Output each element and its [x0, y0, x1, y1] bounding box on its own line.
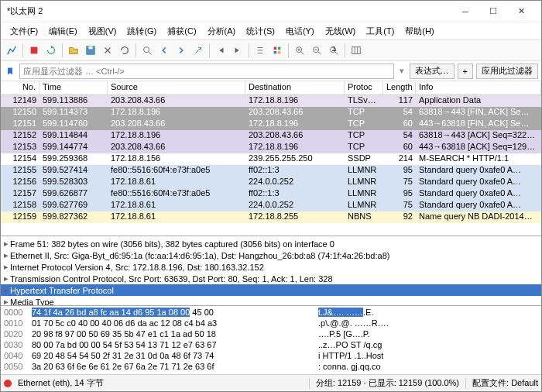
apply-filter-button[interactable]: 应用此过滤器: [476, 64, 538, 79]
details-pane: ▸Frame 51: 382 bytes on wire (3056 bits)…: [1, 236, 541, 306]
zoom-in-button[interactable]: [292, 43, 307, 58]
menu-file[interactable]: 文件(F): [5, 24, 43, 39]
packet-row[interactable]: 12158599.627769172.18.8.61224.0.0.252LLM…: [1, 200, 541, 211]
svg-rect-5: [278, 47, 281, 50]
menu-tools[interactable]: 工具(T): [362, 24, 399, 39]
detail-row[interactable]: ▸Ethernet II, Src: Giga-Byt_d6:95:1a (fc…: [1, 249, 541, 261]
statusbar: Ethernet (eth), 14 字节 分组: 12159 · 已显示: 1…: [1, 374, 541, 391]
packet-list-header: No. Time Source Destination Protoc Lengt…: [1, 81, 541, 95]
svg-rect-0: [31, 47, 38, 54]
hex-row[interactable]: 002020 98 f8 97 00 50 69 35 5b 47 e1 c1 …: [4, 329, 538, 340]
svg-rect-2: [88, 46, 92, 50]
menu-go[interactable]: 跳转(G): [122, 24, 161, 39]
packet-row[interactable]: 12153599.144774203.208.43.66172.18.8.196…: [1, 142, 541, 153]
packet-row[interactable]: 12154599.259368172.18.8.156239.255.255.2…: [1, 153, 541, 165]
col-info[interactable]: Info: [416, 81, 541, 95]
status-packets: 分组: 12159 · 已显示: 12159 (100.0%): [316, 377, 459, 389]
menu-analyze[interactable]: 分析(A): [203, 24, 241, 39]
reload-button[interactable]: [117, 43, 132, 58]
menu-wireless[interactable]: 无线(W): [321, 24, 361, 39]
resize-cols-button[interactable]: [348, 43, 364, 58]
packet-row[interactable]: 12149599.113886203.208.43.66172.18.8.196…: [1, 95, 541, 107]
dropdown-icon[interactable]: ▾: [397, 66, 406, 76]
hex-row[interactable]: 000074 1f 4a 26 bd a8 fc aa 14 d6 95 1a …: [4, 308, 538, 318]
zoom-reset-button[interactable]: 1: [326, 43, 341, 58]
packet-row[interactable]: 12157599.626877fe80::5516:60f4:e73f:a0e5…: [1, 188, 541, 200]
goto-first-button[interactable]: [213, 43, 228, 58]
detail-row[interactable]: ▸Hypertext Transfer Protocol: [1, 284, 541, 296]
menu-stats[interactable]: 统计(S): [242, 24, 280, 39]
detail-row[interactable]: ▸Transmission Control Protocol, Src Port…: [1, 273, 541, 284]
stop-button[interactable]: [26, 43, 42, 58]
hex-row[interactable]: 001001 70 5c c0 40 00 40 06 d6 da ac 12 …: [4, 318, 538, 329]
svg-rect-7: [278, 51, 281, 54]
status-profile[interactable]: 配置文件: Default: [472, 377, 538, 389]
svg-rect-12: [352, 47, 361, 54]
packet-row[interactable]: 12159599.827362172.18.8.61172.18.8.255NB…: [1, 211, 541, 223]
detail-row[interactable]: ▸Internet Protocol Version 4, Src: 172.1…: [1, 261, 541, 273]
expression-button[interactable]: 表达式…: [410, 64, 455, 79]
menu-telephony[interactable]: 电话(Y): [281, 24, 319, 39]
add-button[interactable]: +: [458, 64, 473, 79]
goto-button[interactable]: [190, 43, 206, 58]
detail-row[interactable]: ▸Frame 51: 382 bytes on wire (3056 bits)…: [1, 238, 541, 249]
capture-indicator-icon: [4, 380, 12, 387]
next-button[interactable]: [173, 43, 189, 58]
goto-last-button[interactable]: [230, 43, 245, 58]
col-destination[interactable]: Destination: [245, 81, 345, 95]
minimize-button[interactable]: ─: [451, 3, 479, 20]
menu-capture[interactable]: 捕获(C): [163, 24, 201, 39]
col-length[interactable]: Length: [383, 81, 416, 95]
hex-row[interactable]: 00503a 20 63 6f 6e 6e 61 2e 67 6a 2e 71 …: [4, 362, 538, 373]
find-button[interactable]: [139, 43, 155, 58]
menu-help[interactable]: 帮助(H): [400, 24, 438, 39]
prev-button[interactable]: [156, 43, 172, 58]
packet-list: No. Time Source Destination Protoc Lengt…: [1, 81, 541, 236]
col-protocol[interactable]: Protoc: [345, 81, 383, 95]
open-button[interactable]: [66, 43, 81, 58]
hex-pane: 000074 1f 4a 26 bd a8 fc aa 14 d6 95 1a …: [1, 306, 541, 373]
colorize-button[interactable]: [269, 43, 285, 58]
status-iface: Ethernet (eth), 14 字节: [18, 377, 104, 389]
autoscroll-button[interactable]: [252, 43, 268, 58]
col-no[interactable]: No.: [1, 81, 39, 95]
titlebar: *以太网 2 ─ ☐ ✕: [1, 1, 541, 22]
svg-rect-4: [274, 47, 277, 50]
menu-view[interactable]: 视图(V): [84, 24, 122, 39]
packet-row[interactable]: 12156599.528303172.18.8.61224.0.0.252LLM…: [1, 177, 541, 188]
zoom-out-button[interactable]: [309, 43, 324, 58]
start-capture-button[interactable]: [4, 43, 19, 58]
svg-text:1: 1: [331, 45, 335, 53]
window-title: *以太网 2: [7, 5, 451, 17]
save-button[interactable]: [83, 43, 98, 58]
col-source[interactable]: Source: [108, 81, 245, 95]
packet-row[interactable]: 12155599.527414fe80::5516:60f4:e73f:a0e5…: [1, 165, 541, 177]
close-file-button[interactable]: [100, 43, 115, 58]
menu-edit[interactable]: 编辑(E): [44, 24, 82, 39]
svg-rect-6: [274, 51, 277, 54]
filter-bar: ▾ 表达式… + 应用此过滤器: [1, 61, 541, 81]
maximize-button[interactable]: ☐: [479, 3, 507, 20]
filter-input[interactable]: [19, 64, 394, 79]
menubar: 文件(F) 编辑(E) 视图(V) 跳转(G) 捕获(C) 分析(A) 统计(S…: [1, 22, 541, 40]
close-button[interactable]: ✕: [507, 3, 535, 20]
packet-row[interactable]: 12152599.114844172.18.8.196203.208.43.66…: [1, 130, 541, 142]
col-time[interactable]: Time: [39, 81, 108, 95]
toolbar: 1: [1, 40, 541, 61]
detail-row[interactable]: ▸Media Type: [1, 296, 541, 306]
bookmark-icon[interactable]: [4, 65, 16, 77]
packet-row[interactable]: 12151599.114760203.208.43.66172.18.8.196…: [1, 119, 541, 130]
hex-row[interactable]: 003080 00 7a bd 00 00 54 5f 53 54 13 71 …: [4, 340, 538, 351]
restart-button[interactable]: [43, 43, 59, 58]
svg-point-3: [144, 47, 149, 53]
packet-row[interactable]: 12150599.114373172.18.8.196203.208.43.66…: [1, 107, 541, 119]
hex-row[interactable]: 004069 20 48 54 54 50 2f 31 2e 31 0d 0a …: [4, 351, 538, 362]
